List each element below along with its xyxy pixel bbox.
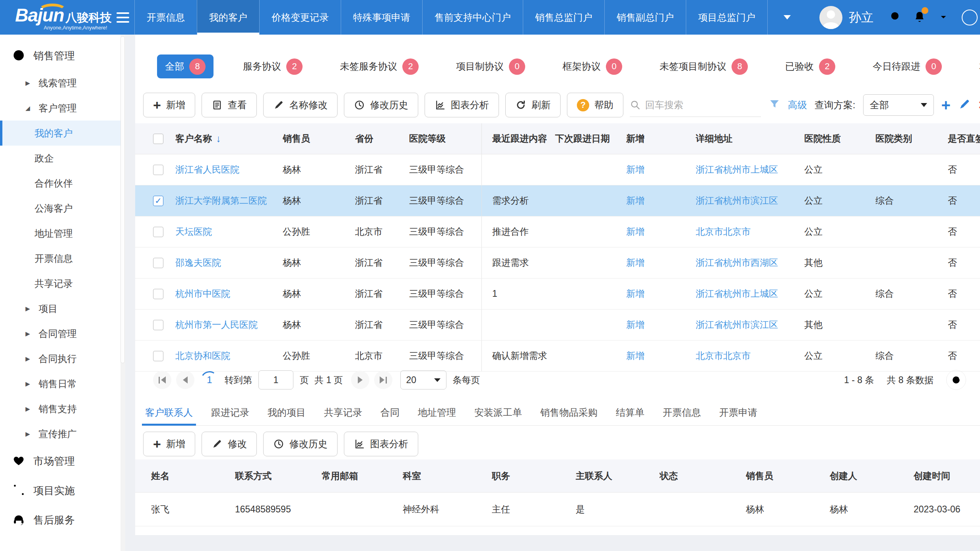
sidebar-leaf-item[interactable]: 我的客户 <box>0 121 125 146</box>
search-input[interactable] <box>644 99 761 111</box>
customer-name-link[interactable]: 杭州市中医院 <box>175 288 230 299</box>
sidebar-leaf-item[interactable]: 地址管理 <box>0 221 125 246</box>
table-row[interactable]: 北京协和医院公孙胜北京市三级甲等综合确认新增需求新增北京市北京市公立综合否 <box>135 341 980 372</box>
search-icon[interactable] <box>889 10 902 25</box>
detail-tab[interactable]: 地址管理 <box>418 400 456 425</box>
toolbar-button[interactable]: 图表分析 <box>425 93 499 117</box>
sidebar-sub-item[interactable]: ▶销售日常 <box>0 371 125 396</box>
sidebar-sub-item[interactable]: ▶合同执行 <box>0 346 125 371</box>
sidebar-leaf-item[interactable]: 政企 <box>0 146 125 171</box>
add-record-link[interactable]: 新增 <box>626 288 644 299</box>
address-link[interactable]: 浙江省杭州市滨江区 <box>696 319 778 330</box>
toolbar-button[interactable]: 图表分析 <box>344 432 418 456</box>
table-row[interactable]: ✓浙江大学附属第二医院杨林浙江省三级甲等综合需求分析新增浙江省杭州市滨江区公立综… <box>135 185 980 216</box>
row-checkbox[interactable] <box>153 351 163 361</box>
topnav-item[interactable]: 我的客户 <box>197 0 259 35</box>
add-record-link[interactable]: 新增 <box>626 164 644 175</box>
add-record-link[interactable]: 新增 <box>626 195 644 206</box>
next-page-button[interactable] <box>351 371 369 389</box>
clipped-edge-icon[interactable] <box>962 10 978 25</box>
sidebar-leaf-item[interactable]: 共享记录 <box>0 271 125 296</box>
select-all-checkbox[interactable] <box>153 134 163 144</box>
sidebar-scrollbar-thumb[interactable] <box>120 36 125 363</box>
last-page-button[interactable] <box>374 371 392 389</box>
address-link[interactable]: 浙江省杭州市西湖区 <box>696 257 778 268</box>
page-number-input[interactable] <box>258 370 293 389</box>
refresh-list-icon[interactable] <box>946 370 966 390</box>
topnav-item[interactable]: 销售副总门户 <box>604 0 686 35</box>
status-tab[interactable]: 今日待跟进0 <box>865 55 950 78</box>
table-row[interactable]: 浙江省人民医院杨林浙江省三级甲等综合新增浙江省杭州市上城区公立否 <box>135 154 980 185</box>
topnav-item[interactable]: 项目总监门户 <box>686 0 768 35</box>
detail-tab[interactable]: 开票申请 <box>719 400 757 425</box>
detail-tab[interactable]: 合同 <box>380 400 400 425</box>
customer-name-link[interactable]: 杭州市第一人民医院 <box>175 319 258 330</box>
sidebar-group-item[interactable]: 项目实施 <box>0 476 125 505</box>
first-page-button[interactable] <box>153 371 171 389</box>
sidebar-group-item[interactable]: 市场管理 <box>0 446 125 476</box>
address-link[interactable]: 浙江省杭州市上城区 <box>696 288 778 299</box>
sidebar-group-item[interactable]: 销售管理 <box>0 41 125 70</box>
detail-tab[interactable]: 开票信息 <box>663 400 701 425</box>
toolbar-button[interactable]: 修改 <box>202 432 257 456</box>
detail-tab[interactable]: 结算单 <box>616 400 644 425</box>
sidebar-group-item[interactable]: 售后服务 <box>0 505 125 535</box>
topnav-item[interactable]: 价格变更记录 <box>259 0 341 35</box>
detail-tab[interactable]: 共享记录 <box>324 400 362 425</box>
toolbar-button[interactable]: +新增 <box>143 432 195 456</box>
add-record-link[interactable]: 新增 <box>626 257 644 268</box>
download-icon[interactable] <box>937 10 950 25</box>
toolbar-button[interactable]: 修改历史 <box>344 93 418 117</box>
topnav-item[interactable]: 售前支持中心门户 <box>422 0 523 35</box>
address-link[interactable]: 浙江省杭州市上城区 <box>696 164 778 175</box>
sidebar-leaf-item[interactable]: 合作伙伴 <box>0 171 125 196</box>
advanced-search-link[interactable]: 高级 <box>788 99 807 111</box>
user-name[interactable]: 孙立 <box>849 9 873 26</box>
topnav-item[interactable]: 特殊事项申请 <box>341 0 422 35</box>
detail-tab[interactable]: 安装派工单 <box>474 400 522 425</box>
table-row[interactable]: 杭州市第一人民医院杨林浙江省三级甲等综合新增浙江省杭州市滨江区其他否 <box>135 310 980 341</box>
status-tab[interactable]: 项目制协议0 <box>448 55 533 78</box>
row-checkbox[interactable] <box>153 289 163 299</box>
page-size-select[interactable]: 20 <box>400 370 446 389</box>
prev-page-button[interactable] <box>176 371 194 389</box>
toolbar-button[interactable]: 修改历史 <box>263 432 338 456</box>
sidebar-sub-item[interactable]: ◢客户管理 <box>0 95 125 121</box>
topnav-item[interactable]: 销售总监门户 <box>523 0 604 35</box>
toolbar-button[interactable]: 名称修改 <box>263 93 338 117</box>
status-tab[interactable]: 框架协议0 <box>555 55 630 78</box>
add-record-link[interactable]: 新增 <box>626 319 644 330</box>
detail-tab[interactable]: 我的项目 <box>268 400 306 425</box>
sidebar-leaf-item[interactable]: 开票信息 <box>0 246 125 271</box>
customer-name-link[interactable]: 浙江大学附属第二医院 <box>175 195 267 206</box>
row-checkbox[interactable] <box>153 165 163 175</box>
toolbar-button[interactable]: +新增 <box>143 93 195 117</box>
row-checkbox[interactable]: ✓ <box>153 196 163 206</box>
toolbar-button[interactable]: 刷新 <box>505 93 561 117</box>
add-scheme-icon[interactable]: + <box>941 97 951 113</box>
row-checkbox[interactable] <box>153 320 163 330</box>
sidebar-sub-item[interactable]: ▶合同管理 <box>0 321 125 346</box>
app-logo[interactable]: Bajun 八骏科技 Anyone,Anytime,Anywhere! <box>0 0 112 35</box>
status-tab[interactable]: 未签项目制协议8 <box>652 55 756 78</box>
query-scheme-select[interactable]: 全部 <box>863 94 934 116</box>
address-link[interactable]: 北京市北京市 <box>696 226 751 237</box>
sidebar-sub-item[interactable]: ▶线索管理 <box>0 70 125 95</box>
table-row[interactable]: 杭州市中医院杨林浙江省三级甲等综合1新增浙江省杭州市上城区公立综合否 <box>135 278 980 310</box>
sidebar-sub-item[interactable]: ▶销售支持 <box>0 396 125 421</box>
customer-name-link[interactable]: 邵逸夫医院 <box>175 257 221 268</box>
detail-tab[interactable]: 销售物品采购 <box>540 400 598 425</box>
sidebar-sub-item[interactable]: ▶宣传推广 <box>0 421 125 446</box>
topnav-item[interactable]: 开票信息 <box>134 0 197 35</box>
current-page-indicator[interactable]: 1 <box>201 371 218 389</box>
table-row[interactable]: 天坛医院公孙胜北京市三级甲等综合推进合作新增北京市北京市公立否 <box>135 216 980 247</box>
status-tab[interactable]: 全部8 <box>157 55 213 78</box>
edit-scheme-icon[interactable] <box>958 98 971 112</box>
row-checkbox[interactable] <box>153 227 163 237</box>
customer-name-link[interactable]: 北京协和医院 <box>175 350 230 361</box>
avatar[interactable] <box>819 6 842 29</box>
status-tab[interactable]: 服务协议2 <box>235 55 310 78</box>
row-checkbox[interactable] <box>153 258 163 268</box>
sidebar-sub-item[interactable]: ▶项目 <box>0 296 125 321</box>
table-row[interactable]: 邵逸夫医院杨林浙江省三级甲等综合跟进需求新增浙江省杭州市西湖区其他否 <box>135 247 980 278</box>
